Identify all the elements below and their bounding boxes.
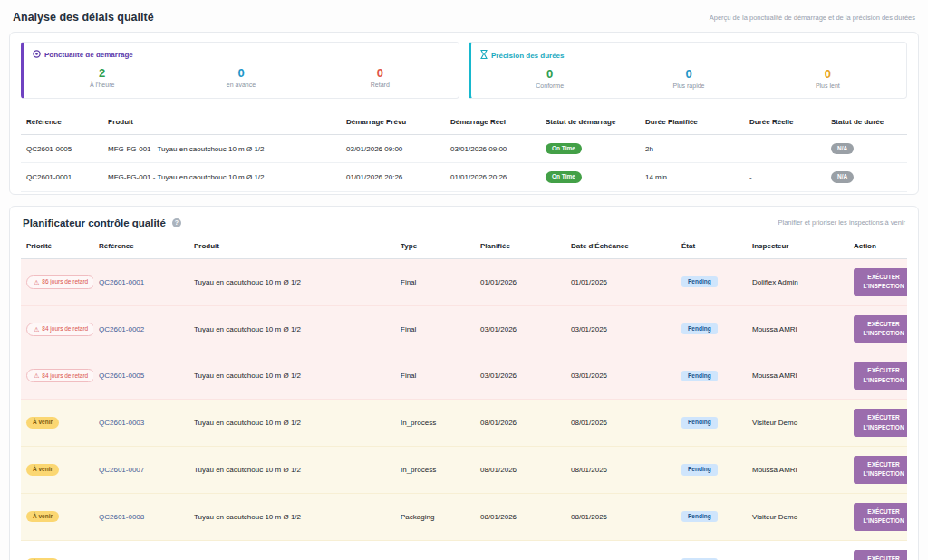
planner-subtitle: Planifier et prioriser les inspections à… (778, 218, 905, 227)
planner-card: Planificateur contrôle qualité ? Planifi… (9, 206, 919, 560)
action-button[interactable]: Exécuter l'inspection (854, 409, 907, 437)
cell-planned: 10/02/2026 (475, 540, 566, 560)
delay-analysis-card: Ponctualité de démarrage 2 À l'heure 0 e… (9, 32, 919, 195)
cell-action: Exécuter l'inspection (848, 400, 907, 447)
state-badge: Pending (682, 464, 718, 475)
help-icon[interactable]: ? (172, 218, 181, 227)
cell-planned: 08/01/2026 (475, 400, 566, 447)
cell-action: Exécuter l'inspection (848, 493, 907, 540)
cell-due: 10/02/2026 (566, 540, 676, 560)
cell-reference: QC2601-0003 (93, 400, 188, 447)
reference-link[interactable]: QC2601-0001 (99, 278, 144, 286)
stat-faster: 0 Plus rapide (619, 67, 758, 89)
cell-reference: QC2601-0007 (93, 447, 188, 494)
cell-priority: À venir (21, 493, 93, 540)
cell-action: Exécuter l'inspection (848, 352, 907, 400)
action-button[interactable]: Exécuter l'inspection (854, 268, 907, 296)
duration-status-badge: N/A (831, 171, 854, 182)
cell-planned: 08/01/2026 (475, 447, 566, 494)
reference-link[interactable]: QC2601-0005 (99, 372, 144, 380)
cell-product: Tuyau en caoutchouc 10 m Ø 1/2 (188, 493, 395, 540)
planner-title: Planificateur contrôle qualité (23, 217, 166, 228)
cell-product: Tuyau en caoutchouc 10 m Ø 1/2 (188, 305, 395, 352)
priority-pill: À venir (26, 511, 59, 522)
cell-product: Tuyau en caoutchouc 10 m Ø 1/2 (188, 258, 395, 305)
col-header-action: Action (848, 234, 907, 259)
delay-analysis-subtitle: Aperçu de la ponctualité de démarrage et… (710, 14, 915, 22)
cell-priority: À venir (21, 447, 93, 494)
cell-product: MFG-FG-001 - Tuyau en caoutchouc 10 m Ø … (102, 135, 341, 163)
table-row: À venirQC2601-0007Tuyau en caoutchouc 10… (21, 447, 907, 494)
reference-link[interactable]: QC2601-0007 (99, 466, 144, 474)
header-row: PrioritéRéférenceProduitTypePlanifiéeDat… (21, 234, 907, 259)
cell-type: Packaging (395, 540, 475, 560)
reference-link[interactable]: QC2601-0002 (99, 325, 144, 333)
cell-reference: QC2601-0005 (21, 135, 102, 163)
action-button[interactable]: Exécuter l'inspection (854, 456, 907, 484)
duration-card-title: Précision des durées (491, 52, 564, 60)
cell-planned_start: 01/01/2026 20:26 (341, 163, 445, 191)
table-row: ⚠86 jours de retardQC2601-0001Tuyau en c… (21, 258, 907, 305)
cell-due: 08/01/2026 (566, 447, 676, 494)
col-header-start_status: Statut de démarrage (540, 110, 640, 135)
duration-precision-card: Précision des durées 0 Conforme 0 Plus r… (469, 42, 907, 99)
reference-link[interactable]: QC2601-0008 (99, 513, 144, 521)
cell-state: Pending (676, 540, 747, 560)
cell-due: 08/01/2026 (566, 493, 676, 540)
cell-product: Tuyau en caoutchouc 10 m Ø 1/2 (188, 540, 395, 560)
table-row: À venirQC2601-0008Tuyau en caoutchouc 10… (21, 493, 907, 540)
cell-inspector: Moussa AMRI (747, 447, 848, 494)
cell-product: MFG-FG-001 - Tuyau en caoutchouc 10 m Ø … (102, 163, 341, 191)
cell-planned_duration: 2h (640, 135, 744, 163)
state-badge: Pending (682, 276, 718, 287)
cell-priority: À venir (21, 400, 93, 447)
cell-reference: QC2601-0008 (93, 493, 188, 540)
action-button[interactable]: Exécuter l'inspection (854, 362, 907, 390)
action-button[interactable]: Exécuter l'inspection (854, 550, 907, 560)
cell-reference: QC2601-0005 (93, 352, 188, 400)
col-header-planned: Planifiée (475, 234, 566, 259)
punctuality-card: Ponctualité de démarrage 2 À l'heure 0 e… (21, 42, 459, 99)
planner-table: PrioritéRéférenceProduitTypePlanifiéeDat… (21, 234, 907, 560)
cell-reference: QC2601-0002 (93, 305, 188, 352)
action-button[interactable]: Exécuter l'inspection (854, 503, 907, 531)
priority-pill: À venir (26, 464, 59, 475)
cell-reference: QC2602-0003 (93, 540, 188, 560)
cell-inspector: Visiteur Demo (747, 493, 848, 540)
cell-due: 08/01/2026 (566, 400, 676, 447)
state-badge: Pending (682, 323, 718, 334)
cell-priority: ⚠86 jours de retard (21, 258, 93, 305)
table-row: ⚠84 jours de retardQC2601-0002Tuyau en c… (21, 305, 907, 352)
action-button[interactable]: Exécuter l'inspection (854, 315, 907, 343)
table-row: QC2601-0005MFG-FG-001 - Tuyau en caoutch… (21, 135, 907, 163)
reference-link[interactable]: QC2601-0003 (99, 419, 144, 427)
warning-icon: ⚠ (34, 278, 39, 286)
stat-late: 0 Retard (311, 66, 450, 88)
cell-planned_start: 03/01/2026 09:00 (341, 135, 445, 163)
cell-type: In_process (395, 400, 475, 447)
cell-action: Exécuter l'inspection (848, 540, 907, 560)
hourglass-icon (480, 50, 488, 61)
header-row: RéférenceProduitDémarrage PrévuDémarrage… (21, 110, 907, 135)
priority-pill: À venir (26, 417, 59, 428)
col-header-due: Date d'Échéance (566, 234, 676, 259)
stat-slower: 0 Plus lent (759, 67, 897, 89)
priority-pill: ⚠84 jours de retard (26, 323, 93, 336)
cell-action: Exécuter l'inspection (848, 447, 907, 494)
cell-type: Final (395, 258, 475, 305)
priority-pill: ⚠86 jours de retard (26, 275, 93, 289)
cell-product: Tuyau en caoutchouc 10 m Ø 1/2 (188, 447, 395, 494)
quality-dashboard: Analyse des délais qualité Aperçu de la … (0, 0, 928, 560)
col-header-planned_duration: Durée Planifiée (640, 110, 744, 135)
warning-icon: ⚠ (34, 325, 39, 333)
cell-product: Tuyau en caoutchouc 10 m Ø 1/2 (188, 352, 395, 400)
duration-status-badge: N/A (831, 143, 854, 154)
cell-type: In_process (395, 447, 475, 494)
cell-due: 01/01/2026 (566, 258, 676, 305)
cell-inspector: Doliflex Admin (747, 258, 848, 305)
punctuality-card-title: Ponctualité de démarrage (44, 51, 133, 59)
cell-duration_status: N/A (826, 163, 907, 191)
target-icon (33, 50, 41, 60)
cell-planned: 03/01/2026 (475, 352, 566, 400)
cell-inspector: Moussa AMRI (747, 305, 848, 352)
